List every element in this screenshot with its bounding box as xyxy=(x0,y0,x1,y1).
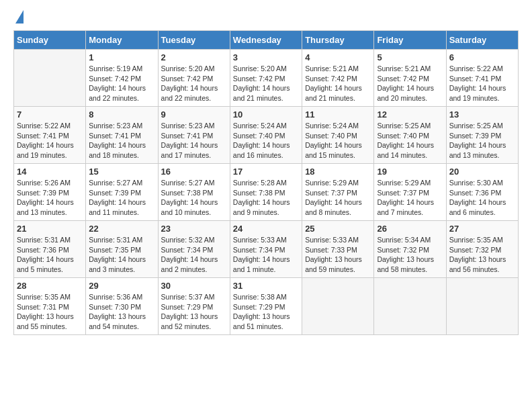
calendar-day-cell: 2 Sunrise: 5:20 AMSunset: 7:42 PMDayligh… xyxy=(158,50,230,107)
calendar-day-cell: 16 Sunrise: 5:27 AMSunset: 7:38 PMDaylig… xyxy=(158,164,230,221)
day-number: 14 xyxy=(17,167,83,177)
day-info: Sunrise: 5:22 AMSunset: 7:41 PMDaylight:… xyxy=(17,122,74,159)
day-number: 10 xyxy=(233,109,299,120)
day-number: 2 xyxy=(161,52,227,62)
day-info: Sunrise: 5:35 AMSunset: 7:31 PMDaylight:… xyxy=(17,293,74,330)
day-info: Sunrise: 5:29 AMSunset: 7:37 PMDaylight:… xyxy=(305,179,362,216)
day-number: 29 xyxy=(89,281,154,291)
calendar-day-cell: 25 Sunrise: 5:33 AMSunset: 7:33 PMDaylig… xyxy=(302,221,374,278)
weekday-header: Friday xyxy=(374,31,446,50)
calendar-day-cell: 15 Sunrise: 5:27 AMSunset: 7:39 PMDaylig… xyxy=(86,164,158,221)
day-info: Sunrise: 5:33 AMSunset: 7:33 PMDaylight:… xyxy=(305,236,362,273)
day-number: 21 xyxy=(17,224,83,234)
day-number: 28 xyxy=(17,281,83,291)
day-info: Sunrise: 5:25 AMSunset: 7:39 PMDaylight:… xyxy=(449,122,506,159)
calendar-day-cell xyxy=(446,278,518,335)
calendar-day-cell: 5 Sunrise: 5:21 AMSunset: 7:42 PMDayligh… xyxy=(374,50,446,107)
calendar-day-cell: 31 Sunrise: 5:38 AMSunset: 7:29 PMDaylig… xyxy=(230,278,302,335)
day-info: Sunrise: 5:20 AMSunset: 7:42 PMDaylight:… xyxy=(161,64,218,102)
calendar-day-cell: 26 Sunrise: 5:34 AMSunset: 7:32 PMDaylig… xyxy=(374,221,446,278)
day-info: Sunrise: 5:31 AMSunset: 7:35 PMDaylight:… xyxy=(89,236,146,273)
day-number: 26 xyxy=(377,224,443,234)
day-info: Sunrise: 5:27 AMSunset: 7:39 PMDaylight:… xyxy=(89,179,146,216)
day-number: 20 xyxy=(449,167,515,177)
calendar-day-cell: 18 Sunrise: 5:29 AMSunset: 7:37 PMDaylig… xyxy=(302,164,374,221)
calendar-day-cell xyxy=(14,50,86,107)
page-header xyxy=(13,13,519,24)
weekday-header: Thursday xyxy=(302,31,374,50)
day-number: 9 xyxy=(161,109,227,120)
day-number: 23 xyxy=(161,224,227,234)
calendar-day-cell xyxy=(374,278,446,335)
logo-triangle-icon xyxy=(15,10,24,24)
calendar-day-cell: 21 Sunrise: 5:31 AMSunset: 7:36 PMDaylig… xyxy=(14,221,86,278)
calendar-day-cell: 17 Sunrise: 5:28 AMSunset: 7:38 PMDaylig… xyxy=(230,164,302,221)
calendar-day-cell: 29 Sunrise: 5:36 AMSunset: 7:30 PMDaylig… xyxy=(86,278,158,335)
calendar-day-cell: 14 Sunrise: 5:26 AMSunset: 7:39 PMDaylig… xyxy=(14,164,86,221)
day-number: 27 xyxy=(449,224,515,234)
day-info: Sunrise: 5:22 AMSunset: 7:41 PMDaylight:… xyxy=(449,64,506,102)
calendar-day-cell: 7 Sunrise: 5:22 AMSunset: 7:41 PMDayligh… xyxy=(14,107,86,164)
day-number: 8 xyxy=(89,109,154,120)
day-number: 5 xyxy=(377,52,443,62)
day-number: 7 xyxy=(17,109,83,120)
calendar-day-cell: 28 Sunrise: 5:35 AMSunset: 7:31 PMDaylig… xyxy=(14,278,86,335)
calendar-day-cell: 12 Sunrise: 5:25 AMSunset: 7:40 PMDaylig… xyxy=(374,107,446,164)
calendar-day-cell: 6 Sunrise: 5:22 AMSunset: 7:41 PMDayligh… xyxy=(446,50,518,107)
calendar-week-row: 28 Sunrise: 5:35 AMSunset: 7:31 PMDaylig… xyxy=(14,278,519,335)
day-info: Sunrise: 5:28 AMSunset: 7:38 PMDaylight:… xyxy=(233,179,290,216)
day-number: 17 xyxy=(233,167,299,177)
day-info: Sunrise: 5:26 AMSunset: 7:39 PMDaylight:… xyxy=(17,179,74,216)
calendar-day-cell: 24 Sunrise: 5:33 AMSunset: 7:34 PMDaylig… xyxy=(230,221,302,278)
day-number: 30 xyxy=(161,281,227,291)
day-info: Sunrise: 5:30 AMSunset: 7:36 PMDaylight:… xyxy=(449,179,506,216)
calendar-table: SundayMondayTuesdayWednesdayThursdayFrid… xyxy=(13,30,519,335)
calendar-day-cell: 4 Sunrise: 5:21 AMSunset: 7:42 PMDayligh… xyxy=(302,50,374,107)
day-info: Sunrise: 5:21 AMSunset: 7:42 PMDaylight:… xyxy=(305,64,362,102)
calendar-day-cell: 19 Sunrise: 5:29 AMSunset: 7:37 PMDaylig… xyxy=(374,164,446,221)
day-number: 24 xyxy=(233,224,299,234)
calendar-day-cell: 11 Sunrise: 5:24 AMSunset: 7:40 PMDaylig… xyxy=(302,107,374,164)
calendar-day-cell: 23 Sunrise: 5:32 AMSunset: 7:34 PMDaylig… xyxy=(158,221,230,278)
day-number: 12 xyxy=(377,109,443,120)
day-number: 25 xyxy=(305,224,371,234)
day-number: 3 xyxy=(233,52,299,62)
day-number: 11 xyxy=(305,109,371,120)
calendar-day-cell: 1 Sunrise: 5:19 AMSunset: 7:42 PMDayligh… xyxy=(86,50,158,107)
calendar-week-row: 14 Sunrise: 5:26 AMSunset: 7:39 PMDaylig… xyxy=(14,164,519,221)
day-info: Sunrise: 5:25 AMSunset: 7:40 PMDaylight:… xyxy=(377,122,434,159)
day-info: Sunrise: 5:23 AMSunset: 7:41 PMDaylight:… xyxy=(161,122,218,159)
day-info: Sunrise: 5:31 AMSunset: 7:36 PMDaylight:… xyxy=(17,236,74,273)
day-info: Sunrise: 5:24 AMSunset: 7:40 PMDaylight:… xyxy=(305,122,362,159)
day-number: 4 xyxy=(305,52,371,62)
day-number: 15 xyxy=(89,167,154,177)
day-number: 16 xyxy=(161,167,227,177)
calendar-day-cell xyxy=(302,278,374,335)
day-info: Sunrise: 5:36 AMSunset: 7:30 PMDaylight:… xyxy=(89,293,146,330)
day-info: Sunrise: 5:35 AMSunset: 7:32 PMDaylight:… xyxy=(449,236,506,273)
day-info: Sunrise: 5:27 AMSunset: 7:38 PMDaylight:… xyxy=(161,179,218,216)
day-info: Sunrise: 5:21 AMSunset: 7:42 PMDaylight:… xyxy=(377,64,434,102)
weekday-header: Monday xyxy=(86,31,158,50)
weekday-header: Saturday xyxy=(446,31,518,50)
day-number: 1 xyxy=(89,52,154,62)
calendar-day-cell: 8 Sunrise: 5:23 AMSunset: 7:41 PMDayligh… xyxy=(86,107,158,164)
calendar-header-row: SundayMondayTuesdayWednesdayThursdayFrid… xyxy=(14,31,519,50)
day-info: Sunrise: 5:29 AMSunset: 7:37 PMDaylight:… xyxy=(377,179,434,216)
calendar-day-cell: 9 Sunrise: 5:23 AMSunset: 7:41 PMDayligh… xyxy=(158,107,230,164)
day-info: Sunrise: 5:23 AMSunset: 7:41 PMDaylight:… xyxy=(89,122,146,159)
weekday-header: Wednesday xyxy=(230,31,302,50)
day-number: 6 xyxy=(449,52,515,62)
day-info: Sunrise: 5:32 AMSunset: 7:34 PMDaylight:… xyxy=(161,236,218,273)
day-number: 13 xyxy=(449,109,515,120)
weekday-header: Sunday xyxy=(14,31,86,50)
calendar-day-cell: 13 Sunrise: 5:25 AMSunset: 7:39 PMDaylig… xyxy=(446,107,518,164)
day-info: Sunrise: 5:33 AMSunset: 7:34 PMDaylight:… xyxy=(233,236,290,273)
day-number: 19 xyxy=(377,167,443,177)
day-info: Sunrise: 5:37 AMSunset: 7:29 PMDaylight:… xyxy=(161,293,218,330)
calendar-day-cell: 22 Sunrise: 5:31 AMSunset: 7:35 PMDaylig… xyxy=(86,221,158,278)
calendar-day-cell: 30 Sunrise: 5:37 AMSunset: 7:29 PMDaylig… xyxy=(158,278,230,335)
day-number: 18 xyxy=(305,167,371,177)
calendar-day-cell: 27 Sunrise: 5:35 AMSunset: 7:32 PMDaylig… xyxy=(446,221,518,278)
day-info: Sunrise: 5:34 AMSunset: 7:32 PMDaylight:… xyxy=(377,236,434,273)
